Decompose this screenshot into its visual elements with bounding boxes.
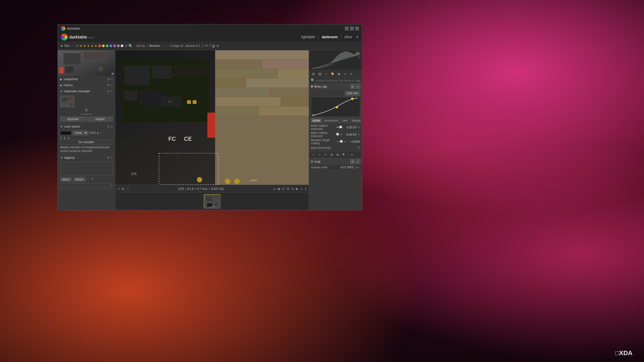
sort-filename[interactable]: filename: [149, 44, 160, 47]
main-image[interactable]: P1 FC CE 32G Ultra: [115, 50, 309, 185]
cp-settings-icon[interactable]: ⚙: [107, 125, 110, 128]
history-settings-icon[interactable]: ⚙: [107, 84, 110, 87]
tab-look[interactable]: look: [341, 118, 349, 123]
color-filter-red[interactable]: [98, 45, 101, 47]
nav-lighttable[interactable]: lighttable: [299, 34, 317, 40]
search-icon[interactable]: 🔍: [129, 44, 133, 48]
nav-other[interactable]: other: [342, 34, 354, 40]
minimize-button[interactable]: −: [345, 26, 349, 30]
dup-star-4[interactable]: ●: [87, 113, 88, 115]
star-3[interactable]: ★: [87, 44, 90, 47]
dup-menu-icon[interactable]: ≡: [111, 90, 113, 93]
wre-track[interactable]: [336, 127, 343, 128]
dup-star-6[interactable]: ●: [91, 113, 92, 115]
flag-icon[interactable]: ⚑: [205, 44, 208, 47]
bre-track[interactable]: [336, 134, 343, 135]
rt-color-wheel-icon[interactable]: 🎨: [330, 71, 335, 76]
tab-scene[interactable]: scene: [311, 118, 322, 123]
drs-thumb[interactable]: [340, 140, 343, 143]
export-icon[interactable]: ⬚: [126, 187, 129, 191]
snapshots-menu-icon[interactable]: ≡: [111, 78, 113, 81]
mt-clone-icon[interactable]: ⊕: [329, 152, 334, 157]
auto-tune-button[interactable]: ✎: [357, 146, 360, 150]
wre-thumb[interactable]: [339, 126, 342, 128]
rotate-icon[interactable]: ↺: [124, 44, 127, 48]
star-4[interactable]: ★: [91, 44, 93, 47]
maximize-button[interactable]: □: [350, 26, 354, 30]
detach-button[interactable]: detach: [73, 177, 86, 182]
filter-label[interactable]: filter: [64, 44, 70, 47]
crop-menu-btn[interactable]: ≡: [356, 159, 360, 164]
tag-settings-icon[interactable]: ⚙: [107, 156, 110, 159]
attach-button[interactable]: attach: [60, 177, 72, 182]
mo-menu-icon[interactable]: ≡: [359, 166, 360, 169]
tone-curve[interactable]: [311, 97, 360, 117]
cp-active-icon[interactable]: ■: [97, 131, 99, 134]
section-snapshots-header[interactable]: ▶ snapshots ⚙ ≡: [58, 76, 115, 82]
mt-menu-icon[interactable]: ≡: [349, 152, 354, 157]
star-1[interactable]: ★: [80, 44, 82, 47]
look-only-button[interactable]: look only: [345, 91, 360, 96]
color-filter-yellow[interactable]: [102, 45, 105, 47]
meter-icon[interactable]: ◎: [273, 187, 276, 191]
snapshots-settings-icon[interactable]: ⚙: [107, 78, 110, 81]
bre-edit-icon[interactable]: ✎: [358, 133, 360, 136]
cp-mode-select[interactable]: mean: [73, 130, 88, 135]
color-filter-grey[interactable]: [117, 45, 120, 47]
wre-edit-icon[interactable]: ✎: [358, 126, 360, 129]
rt-power-icon[interactable]: ⏻: [317, 71, 322, 76]
mt-flag-icon[interactable]: ⚑: [341, 152, 346, 157]
star-2[interactable]: ★: [83, 44, 86, 47]
rt-menu-icon[interactable]: ≡: [349, 71, 354, 76]
bre-thumb[interactable]: [336, 133, 339, 136]
guide-icon[interactable]: ⊞: [287, 187, 290, 191]
duplicate-button[interactable]: duplicate: [60, 117, 86, 122]
mt-scissors-icon[interactable]: ✂: [323, 152, 328, 157]
crop-instance-btn[interactable]: ⊞: [350, 159, 355, 164]
crop-overlay-icon[interactable]: ⊟: [291, 187, 294, 191]
warning-icon[interactable]: ⚠: [300, 187, 303, 191]
star-reject[interactable]: ✕: [76, 44, 78, 47]
tag-menu-icon[interactable]: ≡: [111, 156, 113, 159]
filmic-instance-btn[interactable]: ⊞: [350, 84, 355, 89]
nav-dropdown-arrow[interactable]: ▼: [356, 35, 359, 39]
sort-icon-2[interactable]: ↑↓: [164, 44, 166, 47]
tag-search-input[interactable]: [60, 183, 110, 188]
filmic-rgb-header[interactable]: filmic rgb ⊞ ≡: [309, 83, 362, 90]
section-history-header[interactable]: ▶ history ⚙ ≡: [58, 82, 115, 88]
section-cp-header[interactable]: ▼ color picker ⚙ ≡: [58, 124, 115, 129]
filmstrip-item[interactable]: ● ● ● ● ●: [204, 194, 221, 209]
rt-tone-icon[interactable]: ◑: [336, 71, 341, 76]
section-tag-header[interactable]: ▼ tagging ⚙ ≡: [58, 155, 115, 160]
filmic-menu-btn[interactable]: ≡: [356, 84, 360, 89]
sort-arrow[interactable]: ↓: [161, 44, 162, 47]
dup-star-2[interactable]: ●: [83, 113, 84, 115]
select-icon[interactable]: ☐: [202, 44, 204, 47]
fit-label[interactable]: fit: [112, 72, 114, 76]
color-filter-green[interactable]: [106, 45, 108, 47]
dup-settings-icon[interactable]: ⚙: [107, 90, 110, 93]
tag-clear-icon[interactable]: ×: [111, 184, 113, 187]
view-icon[interactable]: ⊞: [121, 187, 124, 191]
drs-track[interactable]: [336, 141, 346, 142]
info-icon[interactable]: ℹ: [305, 187, 306, 191]
section-dup-header[interactable]: ▼ duplicate manager ⚙ ≡: [58, 88, 115, 94]
color-filter-purple[interactable]: [113, 45, 116, 47]
mt-redeye-icon[interactable]: ⊗: [335, 152, 340, 157]
tab-display[interactable]: display: [350, 118, 362, 123]
cp-menu-icon[interactable]: ≡: [111, 125, 113, 128]
live-samples-button[interactable]: live samples: [60, 140, 113, 145]
zoom-icon[interactable]: ≡: [118, 187, 120, 191]
question-icon[interactable]: ?: [209, 44, 211, 48]
close-button[interactable]: ×: [355, 26, 359, 30]
rt-correct-icon[interactable]: ✓: [342, 71, 348, 76]
crop-header[interactable]: crop ⊞ ≡: [309, 158, 362, 165]
mt-circle-icon[interactable]: ○: [317, 152, 322, 157]
module-search-input[interactable]: [316, 79, 360, 82]
color-filter-white[interactable]: [121, 45, 123, 47]
color-filter-blue[interactable]: [110, 45, 112, 47]
original-button[interactable]: original: [87, 117, 113, 122]
settings-icon[interactable]: ⚙: [216, 44, 219, 48]
overlay-icon[interactable]: ⊡: [282, 187, 285, 191]
history-menu-icon[interactable]: ≡: [111, 84, 113, 87]
